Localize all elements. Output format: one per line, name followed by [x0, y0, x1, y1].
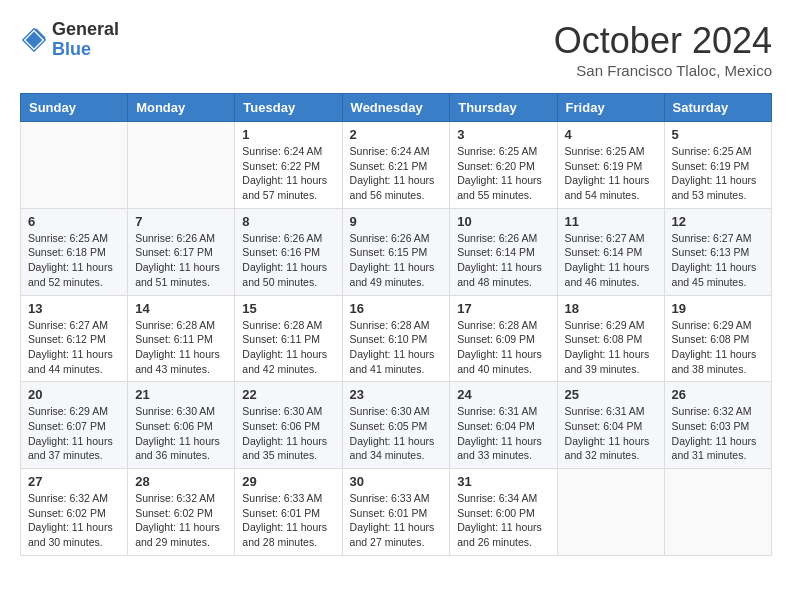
day-info: Sunrise: 6:34 AM Sunset: 6:00 PM Dayligh…: [457, 491, 549, 550]
calendar-cell: 21Sunrise: 6:30 AM Sunset: 6:06 PM Dayli…: [128, 382, 235, 469]
day-number: 29: [242, 474, 334, 489]
day-info: Sunrise: 6:25 AM Sunset: 6:19 PM Dayligh…: [565, 144, 657, 203]
calendar-cell: 1Sunrise: 6:24 AM Sunset: 6:22 PM Daylig…: [235, 122, 342, 209]
day-info: Sunrise: 6:26 AM Sunset: 6:14 PM Dayligh…: [457, 231, 549, 290]
day-info: Sunrise: 6:27 AM Sunset: 6:12 PM Dayligh…: [28, 318, 120, 377]
day-number: 16: [350, 301, 443, 316]
calendar-cell: 31Sunrise: 6:34 AM Sunset: 6:00 PM Dayli…: [450, 469, 557, 556]
day-number: 4: [565, 127, 657, 142]
calendar-week-row: 6Sunrise: 6:25 AM Sunset: 6:18 PM Daylig…: [21, 208, 772, 295]
day-number: 25: [565, 387, 657, 402]
day-info: Sunrise: 6:25 AM Sunset: 6:19 PM Dayligh…: [672, 144, 764, 203]
calendar-cell: 14Sunrise: 6:28 AM Sunset: 6:11 PM Dayli…: [128, 295, 235, 382]
day-info: Sunrise: 6:25 AM Sunset: 6:18 PM Dayligh…: [28, 231, 120, 290]
calendar-week-row: 27Sunrise: 6:32 AM Sunset: 6:02 PM Dayli…: [21, 469, 772, 556]
day-number: 31: [457, 474, 549, 489]
day-number: 5: [672, 127, 764, 142]
calendar-table: SundayMondayTuesdayWednesdayThursdayFrid…: [20, 93, 772, 556]
day-number: 6: [28, 214, 120, 229]
calendar-cell: 24Sunrise: 6:31 AM Sunset: 6:04 PM Dayli…: [450, 382, 557, 469]
calendar-cell: 2Sunrise: 6:24 AM Sunset: 6:21 PM Daylig…: [342, 122, 450, 209]
weekday-header-thursday: Thursday: [450, 94, 557, 122]
calendar-cell: 30Sunrise: 6:33 AM Sunset: 6:01 PM Dayli…: [342, 469, 450, 556]
day-info: Sunrise: 6:27 AM Sunset: 6:14 PM Dayligh…: [565, 231, 657, 290]
calendar-cell: 5Sunrise: 6:25 AM Sunset: 6:19 PM Daylig…: [664, 122, 771, 209]
day-info: Sunrise: 6:26 AM Sunset: 6:16 PM Dayligh…: [242, 231, 334, 290]
calendar-cell: [21, 122, 128, 209]
day-info: Sunrise: 6:30 AM Sunset: 6:06 PM Dayligh…: [135, 404, 227, 463]
day-number: 20: [28, 387, 120, 402]
day-number: 10: [457, 214, 549, 229]
logo-general-text: General: [52, 20, 119, 40]
weekday-header-friday: Friday: [557, 94, 664, 122]
weekday-header-sunday: Sunday: [21, 94, 128, 122]
calendar-cell: 7Sunrise: 6:26 AM Sunset: 6:17 PM Daylig…: [128, 208, 235, 295]
calendar-cell: 10Sunrise: 6:26 AM Sunset: 6:14 PM Dayli…: [450, 208, 557, 295]
day-info: Sunrise: 6:26 AM Sunset: 6:17 PM Dayligh…: [135, 231, 227, 290]
day-number: 8: [242, 214, 334, 229]
day-number: 9: [350, 214, 443, 229]
day-info: Sunrise: 6:32 AM Sunset: 6:02 PM Dayligh…: [135, 491, 227, 550]
day-info: Sunrise: 6:28 AM Sunset: 6:11 PM Dayligh…: [135, 318, 227, 377]
calendar-cell: 26Sunrise: 6:32 AM Sunset: 6:03 PM Dayli…: [664, 382, 771, 469]
calendar-cell: 8Sunrise: 6:26 AM Sunset: 6:16 PM Daylig…: [235, 208, 342, 295]
calendar-cell: 9Sunrise: 6:26 AM Sunset: 6:15 PM Daylig…: [342, 208, 450, 295]
day-info: Sunrise: 6:31 AM Sunset: 6:04 PM Dayligh…: [565, 404, 657, 463]
day-number: 23: [350, 387, 443, 402]
day-info: Sunrise: 6:27 AM Sunset: 6:13 PM Dayligh…: [672, 231, 764, 290]
day-number: 27: [28, 474, 120, 489]
calendar-cell: 19Sunrise: 6:29 AM Sunset: 6:08 PM Dayli…: [664, 295, 771, 382]
day-number: 21: [135, 387, 227, 402]
day-info: Sunrise: 6:29 AM Sunset: 6:07 PM Dayligh…: [28, 404, 120, 463]
day-number: 17: [457, 301, 549, 316]
calendar-cell: 12Sunrise: 6:27 AM Sunset: 6:13 PM Dayli…: [664, 208, 771, 295]
logo-icon: [20, 26, 48, 54]
day-number: 18: [565, 301, 657, 316]
day-info: Sunrise: 6:33 AM Sunset: 6:01 PM Dayligh…: [350, 491, 443, 550]
day-info: Sunrise: 6:33 AM Sunset: 6:01 PM Dayligh…: [242, 491, 334, 550]
weekday-header-saturday: Saturday: [664, 94, 771, 122]
calendar-cell: 20Sunrise: 6:29 AM Sunset: 6:07 PM Dayli…: [21, 382, 128, 469]
day-number: 22: [242, 387, 334, 402]
day-number: 30: [350, 474, 443, 489]
day-number: 3: [457, 127, 549, 142]
calendar-cell: 13Sunrise: 6:27 AM Sunset: 6:12 PM Dayli…: [21, 295, 128, 382]
day-number: 14: [135, 301, 227, 316]
day-number: 11: [565, 214, 657, 229]
day-info: Sunrise: 6:24 AM Sunset: 6:21 PM Dayligh…: [350, 144, 443, 203]
page: General Blue October 2024 San Francisco …: [0, 0, 792, 576]
day-info: Sunrise: 6:30 AM Sunset: 6:05 PM Dayligh…: [350, 404, 443, 463]
day-number: 1: [242, 127, 334, 142]
day-info: Sunrise: 6:29 AM Sunset: 6:08 PM Dayligh…: [565, 318, 657, 377]
day-number: 2: [350, 127, 443, 142]
calendar-header: SundayMondayTuesdayWednesdayThursdayFrid…: [21, 94, 772, 122]
location-subtitle: San Francisco Tlaloc, Mexico: [554, 62, 772, 79]
title-section: October 2024 San Francisco Tlaloc, Mexic…: [554, 20, 772, 79]
calendar-cell: [557, 469, 664, 556]
calendar-cell: 25Sunrise: 6:31 AM Sunset: 6:04 PM Dayli…: [557, 382, 664, 469]
day-number: 13: [28, 301, 120, 316]
calendar-cell: 27Sunrise: 6:32 AM Sunset: 6:02 PM Dayli…: [21, 469, 128, 556]
calendar-cell: 28Sunrise: 6:32 AM Sunset: 6:02 PM Dayli…: [128, 469, 235, 556]
header: General Blue October 2024 San Francisco …: [20, 20, 772, 79]
calendar-cell: 15Sunrise: 6:28 AM Sunset: 6:11 PM Dayli…: [235, 295, 342, 382]
day-info: Sunrise: 6:31 AM Sunset: 6:04 PM Dayligh…: [457, 404, 549, 463]
day-info: Sunrise: 6:29 AM Sunset: 6:08 PM Dayligh…: [672, 318, 764, 377]
day-info: Sunrise: 6:32 AM Sunset: 6:02 PM Dayligh…: [28, 491, 120, 550]
logo-blue-text: Blue: [52, 40, 119, 60]
day-info: Sunrise: 6:26 AM Sunset: 6:15 PM Dayligh…: [350, 231, 443, 290]
calendar-cell: 6Sunrise: 6:25 AM Sunset: 6:18 PM Daylig…: [21, 208, 128, 295]
calendar-cell: [128, 122, 235, 209]
day-number: 19: [672, 301, 764, 316]
day-info: Sunrise: 6:28 AM Sunset: 6:11 PM Dayligh…: [242, 318, 334, 377]
day-info: Sunrise: 6:28 AM Sunset: 6:09 PM Dayligh…: [457, 318, 549, 377]
day-number: 26: [672, 387, 764, 402]
calendar-cell: 22Sunrise: 6:30 AM Sunset: 6:06 PM Dayli…: [235, 382, 342, 469]
day-info: Sunrise: 6:30 AM Sunset: 6:06 PM Dayligh…: [242, 404, 334, 463]
logo-text: General Blue: [52, 20, 119, 60]
calendar-cell: 23Sunrise: 6:30 AM Sunset: 6:05 PM Dayli…: [342, 382, 450, 469]
calendar-week-row: 20Sunrise: 6:29 AM Sunset: 6:07 PM Dayli…: [21, 382, 772, 469]
weekday-header-monday: Monday: [128, 94, 235, 122]
calendar-cell: 11Sunrise: 6:27 AM Sunset: 6:14 PM Dayli…: [557, 208, 664, 295]
day-number: 7: [135, 214, 227, 229]
